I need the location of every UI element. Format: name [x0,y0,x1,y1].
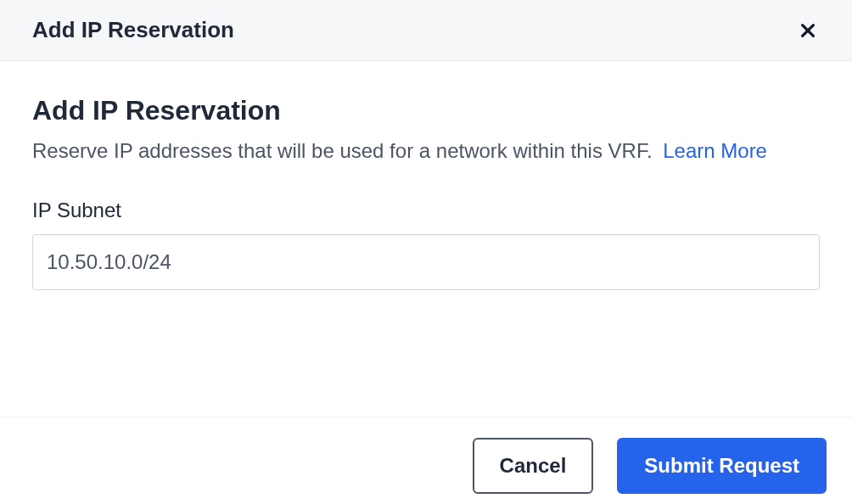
close-icon [799,21,817,40]
ip-subnet-input[interactable] [32,234,820,290]
learn-more-link[interactable]: Learn More [663,139,767,162]
modal-header: Add IP Reservation [0,0,852,61]
body-description: Reserve IP addresses that will be used f… [32,135,820,166]
modal-body: Add IP Reservation Reserve IP addresses … [0,61,852,417]
body-title: Add IP Reservation [32,95,820,126]
body-description-text: Reserve IP addresses that will be used f… [32,139,653,162]
submit-button[interactable]: Submit Request [617,438,827,494]
modal-footer: Cancel Submit Request [0,417,852,504]
modal-header-title: Add IP Reservation [32,17,234,43]
cancel-button[interactable]: Cancel [473,438,594,494]
close-button[interactable] [796,19,820,42]
ip-subnet-label: IP Subnet [32,199,820,222]
